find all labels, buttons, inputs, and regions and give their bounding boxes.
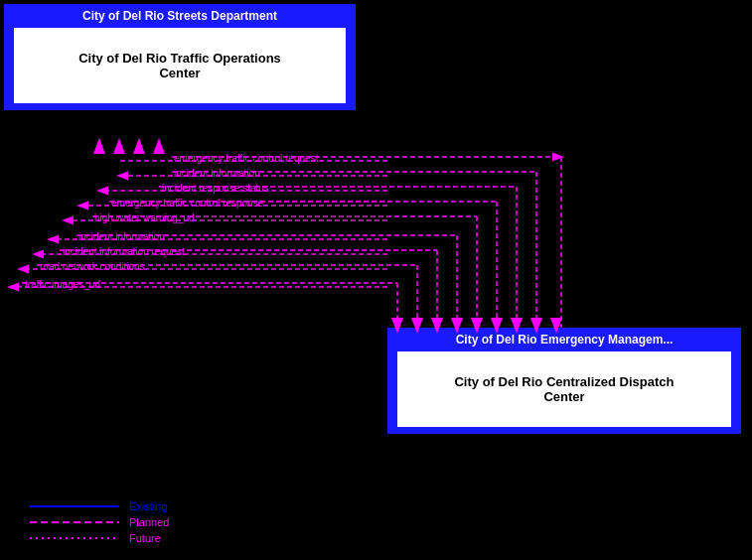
label-traffic-images: traffic images_ud bbox=[25, 279, 100, 290]
label-emergency-traffic-control-response: emergency traffic control response bbox=[111, 198, 264, 209]
legend-existing-label: Existing bbox=[129, 500, 168, 512]
legend-planned-label: Planned bbox=[129, 516, 169, 528]
legend-future-label: Future bbox=[129, 532, 161, 544]
label-high-water-warning: high water warning_ud bbox=[94, 212, 195, 223]
label-road-network-conditions: road network conditions bbox=[40, 261, 145, 272]
label-incident-information-1: incident information bbox=[174, 168, 260, 179]
label-incident-response-status: incident response status bbox=[162, 183, 269, 194]
diagram-container: City of Del Rio Streets Department City … bbox=[0, 0, 752, 560]
connections-svg: emergency traffic control request incide… bbox=[0, 0, 752, 560]
label-incident-information-request: incident information request bbox=[63, 246, 185, 257]
label-incident-information-2: incident information bbox=[78, 231, 165, 242]
label-emergency-traffic-control-request: emergency traffic control request bbox=[174, 153, 319, 164]
